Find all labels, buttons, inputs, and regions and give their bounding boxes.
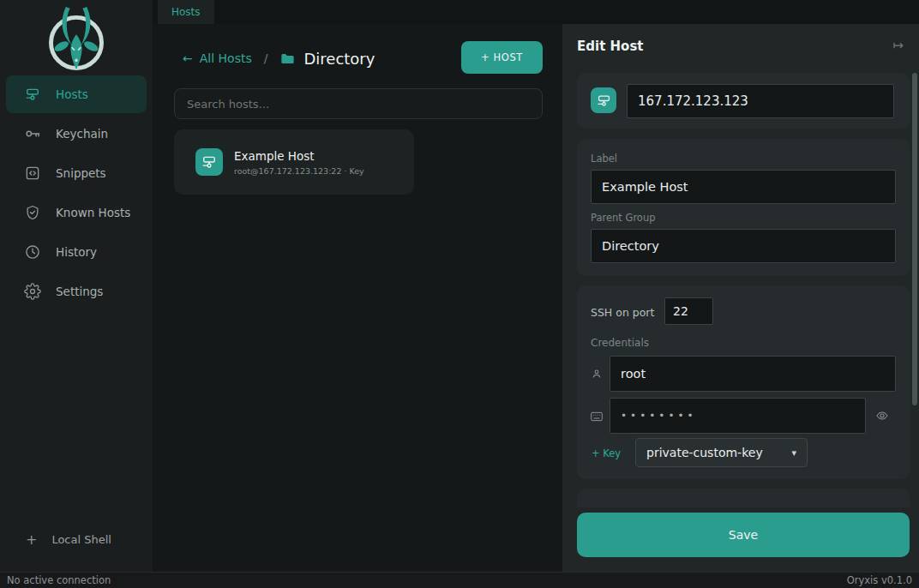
host-card-title: Example Host	[234, 149, 364, 163]
sidebar-item-label: Snippets	[56, 166, 106, 180]
clock-icon	[24, 243, 41, 261]
chevron-down-icon: ▾	[791, 447, 796, 459]
local-shell-button[interactable]: + Local Shell	[26, 531, 111, 548]
connection-card: SSH on port Credentials	[577, 285, 910, 479]
sidebar: Hosts Keychain Snippets	[0, 0, 153, 572]
save-button[interactable]: Save	[577, 513, 910, 557]
key-select-dropdown[interactable]: private-custom-key ▾	[635, 438, 808, 467]
sidebar-item-label: Hosts	[56, 87, 88, 101]
sidebar-item-label: Keychain	[56, 127, 108, 141]
hosts-view: ← All Hosts / Directory + HOST Example	[153, 24, 562, 572]
breadcrumb: ← All Hosts / Directory	[183, 43, 375, 74]
sidebar-item-snippets[interactable]: Snippets	[6, 154, 147, 192]
add-key-link[interactable]: + Key	[592, 447, 621, 459]
folder-icon	[279, 51, 296, 67]
sidebar-nav: Hosts Keychain Snippets	[6, 75, 147, 312]
label-field-label: Label	[591, 153, 617, 165]
partial-card-below	[577, 489, 910, 507]
tab-hosts[interactable]: Hosts	[158, 0, 214, 24]
label-group-card: Label Parent Group	[577, 139, 910, 276]
credentials-label: Credentials	[591, 337, 649, 349]
plus-icon: +	[26, 531, 37, 548]
connection-status: No active connection	[7, 574, 111, 586]
key-select-value: private-custom-key	[646, 446, 763, 459]
sidebar-item-hosts[interactable]: Hosts	[6, 75, 147, 113]
tab-hosts-label: Hosts	[171, 6, 201, 18]
host-icon	[24, 86, 41, 103]
keyboard-icon	[590, 411, 604, 423]
oryxis-logo	[41, 3, 111, 74]
host-icon	[195, 148, 223, 176]
search-input[interactable]	[174, 88, 543, 119]
breadcrumb-back-link[interactable]: ← All Hosts	[183, 51, 252, 65]
back-arrow-icon: ←	[183, 51, 193, 65]
panel-title: Edit Host	[577, 39, 643, 54]
host-card-example-host[interactable]: Example Host root@167.172.123.123:22 · K…	[174, 129, 414, 195]
host-card-subtitle: root@167.172.123.123:22 · Key	[234, 166, 364, 176]
show-password-eye-icon[interactable]	[874, 409, 890, 423]
ssh-port-input[interactable]	[664, 297, 713, 325]
sidebar-item-known-hosts[interactable]: Known Hosts	[6, 194, 147, 231]
code-icon	[24, 165, 41, 182]
address-input[interactable]	[627, 84, 894, 118]
sidebar-item-label: Settings	[56, 285, 103, 298]
breadcrumb-current: Directory	[303, 50, 375, 68]
panel-scrollbar[interactable]	[912, 73, 917, 405]
edit-host-panel: Edit Host ↦ Label Parent Group SSH on po…	[562, 24, 919, 572]
add-host-button[interactable]: + HOST	[461, 41, 543, 74]
sidebar-item-label: Known Hosts	[56, 206, 130, 219]
parent-group-input[interactable]	[591, 229, 896, 263]
shield-check-icon	[24, 204, 41, 221]
gear-icon	[24, 283, 41, 300]
password-input[interactable]	[610, 398, 866, 434]
local-shell-label: Local Shell	[51, 533, 111, 546]
host-icon	[591, 87, 616, 113]
address-card	[577, 73, 910, 129]
collapse-panel-icon[interactable]: ↦	[892, 38, 904, 53]
sidebar-item-keychain[interactable]: Keychain	[6, 115, 147, 153]
parent-group-field-label: Parent Group	[591, 212, 655, 224]
breadcrumb-back-label: All Hosts	[200, 51, 252, 65]
sidebar-item-history[interactable]: History	[6, 233, 147, 271]
status-bar: No active connection Oryxis v0.1.0	[0, 572, 919, 588]
app-version: Oryxis v0.1.0	[847, 574, 912, 586]
username-input[interactable]	[610, 356, 896, 392]
sidebar-item-label: History	[56, 245, 97, 259]
app-window: Hosts	[0, 0, 919, 588]
key-icon	[24, 125, 41, 142]
ssh-port-label: SSH on port	[591, 306, 654, 319]
breadcrumb-separator: /	[264, 51, 268, 65]
user-icon	[591, 368, 603, 380]
tab-bar: Hosts	[153, 0, 919, 24]
sidebar-item-settings[interactable]: Settings	[6, 273, 147, 310]
label-input[interactable]	[591, 170, 896, 204]
